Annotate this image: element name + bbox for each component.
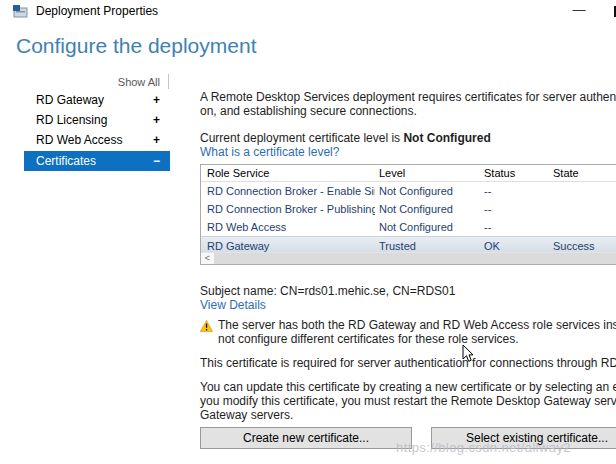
page-title: Configure the deployment (16, 34, 257, 58)
cell-status: -- (484, 182, 548, 200)
table-row[interactable]: RD Connection Broker - Enable Sing Not C… (201, 182, 616, 200)
sidebar-divider (168, 74, 169, 89)
scrollbar-thumb[interactable] (214, 253, 616, 264)
intro-text-line2: on, and establishing secure connections. (200, 104, 417, 118)
sidebar-item-label: Certificates (36, 151, 96, 171)
expand-icon[interactable]: + (153, 110, 160, 130)
update-info-line2: you modify this certificate, you must re… (200, 394, 616, 408)
sidebar-item-certificates[interactable]: Certificates − (24, 151, 170, 171)
cell-status: -- (484, 200, 548, 218)
cell-role-service: RD Web Access (207, 218, 375, 236)
cell-role-service: RD Connection Broker - Enable Sing (207, 182, 375, 200)
certificate-required-text: This certificate is required for server … (200, 356, 616, 370)
scroll-left-arrow-icon[interactable]: < (201, 253, 214, 264)
update-info-line1: You can update this certificate by creat… (200, 380, 616, 394)
what-is-certificate-level-link[interactable]: What is a certificate level? (200, 145, 339, 159)
update-info-line3: Gateway servers. (200, 408, 293, 422)
view-details-link[interactable]: View Details (200, 298, 266, 312)
create-new-certificate-button[interactable]: Create new certificate... (200, 427, 412, 449)
window-title: Deployment Properties (36, 4, 158, 18)
minimize-button[interactable]: — (563, 0, 595, 22)
column-header-status[interactable]: Status (484, 165, 548, 182)
certificate-level-text: Current deployment certificate level is … (200, 131, 491, 145)
sidebar-item-label: RD Web Access (36, 130, 122, 150)
sidebar-item-rd-web-access[interactable]: RD Web Access + (24, 130, 170, 150)
certificate-level-value: Not Configured (403, 131, 490, 145)
show-all-link[interactable]: Show All (88, 76, 160, 88)
table-header-row: Role Service Level Status State (201, 165, 616, 182)
sidebar-item-label: RD Gateway (36, 90, 104, 110)
title-bar: Deployment Properties — (0, 0, 616, 22)
certificates-table: Role Service Level Status State RD Conne… (200, 164, 616, 265)
warning-text-line1: The server has both the RD Gateway and R… (218, 318, 616, 332)
table-row[interactable]: RD Web Access Not Configured -- (201, 218, 616, 236)
sidebar-item-rd-licensing[interactable]: RD Licensing + (24, 110, 170, 130)
window-app-icon (13, 4, 28, 18)
column-header-level[interactable]: Level (379, 165, 479, 182)
certificate-level-prefix: Current deployment certificate level is (200, 131, 403, 145)
sidebar-item-rd-gateway[interactable]: RD Gateway + (24, 90, 170, 110)
deployment-properties-window: Deployment Properties — Configure the de… (0, 0, 616, 464)
column-header-state[interactable]: State (553, 165, 616, 182)
collapse-icon[interactable]: − (153, 151, 160, 171)
expand-icon[interactable]: + (153, 130, 160, 150)
intro-text-line1: A Remote Desktop Services deployment req… (200, 90, 616, 104)
cell-level: Not Configured (379, 218, 479, 236)
subject-name-text: Subject name: CN=rds01.mehic.se, CN=RDS0… (200, 284, 455, 298)
watermark-text: https://blog.csdn.net/allway2 (396, 440, 571, 455)
cell-role-service: RD Connection Broker - Publishing (207, 200, 375, 218)
horizontal-scrollbar[interactable]: < (201, 252, 616, 264)
cell-level: Not Configured (379, 182, 479, 200)
cell-level: Not Configured (379, 200, 479, 218)
expand-icon[interactable]: + (153, 90, 160, 110)
warning-icon (200, 320, 213, 332)
sidebar-item-label: RD Licensing (36, 110, 107, 130)
cell-status: -- (484, 218, 548, 236)
table-row[interactable]: RD Connection Broker - Publishing Not Co… (201, 200, 616, 218)
mouse-cursor (462, 344, 474, 363)
column-header-role-service[interactable]: Role Service (207, 165, 375, 182)
